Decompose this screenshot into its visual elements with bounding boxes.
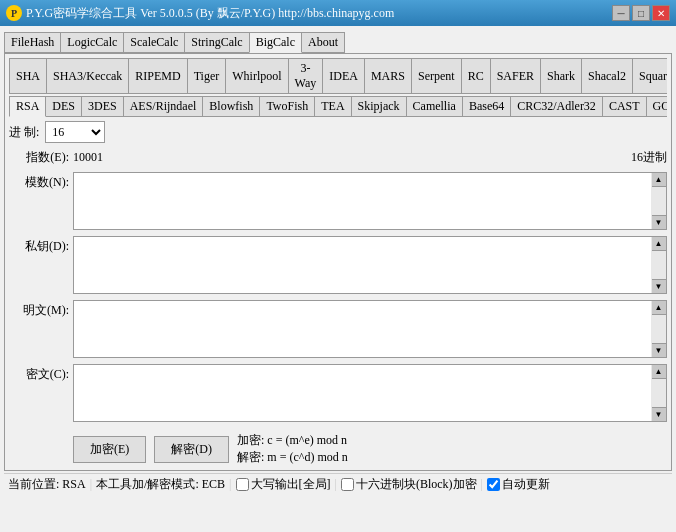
tab-group-1: FileHash LogicCalc ScaleCalc StringCalc … [4,32,672,53]
tab-shark[interactable]: Shark [540,58,582,94]
tab-rc[interactable]: RC [461,58,491,94]
tab-stringcalc[interactable]: StringCalc [184,32,249,53]
status-sep2: | [229,477,231,492]
tab-gost[interactable]: GOST [646,96,667,117]
base-row: 进 制: 16 10 8 2 [9,121,667,143]
app-icon: P [6,5,22,21]
formula-encrypt-value: c = (m^e) mod n [267,433,347,447]
tab-base64[interactable]: Base64 [462,96,511,117]
tab-cast[interactable]: CAST [602,96,647,117]
ciphertext-scrollbar: ▲ ▼ [651,364,667,422]
private-key-row: 私钥(D): ▲ ▼ [9,236,667,294]
exponent-hint: 16进制 [631,149,667,166]
autoupdate-checkbox[interactable] [487,478,500,491]
status-sep4: | [481,477,483,492]
minimize-button[interactable]: ─ [612,5,630,21]
formula-decrypt: 解密: m = (c^d) mod n [237,449,348,466]
tab-mars[interactable]: MARS [364,58,412,94]
modulus-row: 模数(N): ▲ ▼ [9,172,667,230]
tab-sha3keccak[interactable]: SHA3/Keccak [46,58,129,94]
exponent-value: 10001 [73,150,103,165]
plaintext-textarea[interactable] [73,300,651,358]
encrypt-button[interactable]: 加密(E) [73,436,146,463]
tab-serpent[interactable]: Serpent [411,58,462,94]
exponent-row: 指数(E): 10001 16进制 [9,149,667,166]
pt-scroll-up[interactable]: ▲ [652,301,666,315]
tab-rsa[interactable]: RSA [9,96,46,117]
private-key-label: 私钥(D): [9,236,69,255]
tab-3way[interactable]: 3-Way [288,58,324,94]
title-bar: P P.Y.G密码学综合工具 Ver 5.0.0.5 (By 飘云/P.Y.G)… [0,0,676,26]
tab-group-2: SHA SHA3/Keccak RIPEMD Tiger Whirlpool 3… [9,58,667,94]
modulus-textarea[interactable] [73,172,651,230]
ciphertext-row: 密文(C): ▲ ▼ [9,364,667,422]
tab-sha[interactable]: SHA [9,58,47,94]
status-sep3: | [335,477,337,492]
tab-filehash[interactable]: FileHash [4,32,61,53]
tab-3des[interactable]: 3DES [81,96,124,117]
tab-group-3: RSA DES 3DES AES/Rijndael Blowfish TwoFi… [9,96,667,117]
modulus-label: 模数(N): [9,172,69,191]
status-bar: 当前位置: RSA | 本工具加/解密模式: ECB | 大写输出[全局] | … [4,473,672,495]
scroll-up-arrow[interactable]: ▲ [652,173,666,187]
private-key-scrollbar: ▲ ▼ [651,236,667,294]
tab-logiccalc[interactable]: LogicCalc [60,32,124,53]
tab-safer[interactable]: SAFER [490,58,541,94]
private-key-textarea[interactable] [73,236,651,294]
base-label: 进 制: [9,124,39,141]
ct-scroll-up[interactable]: ▲ [652,365,666,379]
tab-scalecalc[interactable]: ScaleCalc [123,32,185,53]
tab-content: SHA SHA3/Keccak RIPEMD Tiger Whirlpool 3… [4,53,672,471]
tab-about[interactable]: About [301,32,345,53]
rsa-content: 进 制: 16 10 8 2 指数(E): 10001 16进制 [9,121,667,466]
tab-bigcalc[interactable]: BigCalc [249,32,302,53]
exponent-label: 指数(E): [9,149,69,166]
block-checkbox-label[interactable]: 十六进制块(Block)加密 [341,476,477,493]
pt-scroll-down[interactable]: ▼ [652,343,666,357]
scroll-down-arrow[interactable]: ▼ [652,215,666,229]
title-text: P.Y.G密码学综合工具 Ver 5.0.0.5 (By 飘云/P.Y.G) h… [26,5,612,22]
tab-camellia[interactable]: Camellia [406,96,463,117]
tab-shacal2[interactable]: Shacal2 [581,58,633,94]
ciphertext-field-wrapper: ▲ ▼ [73,364,667,422]
plaintext-scrollbar: ▲ ▼ [651,300,667,358]
tab-ripemd[interactable]: RIPEMD [128,58,187,94]
formula-encrypt-title: 加密: [237,433,264,447]
output-checkbox-label[interactable]: 大写输出[全局] [236,476,331,493]
pk-scroll-down[interactable]: ▼ [652,279,666,293]
tab-skipjack[interactable]: Skipjack [351,96,407,117]
block-checkbox[interactable] [341,478,354,491]
tab-tea[interactable]: TEA [314,96,351,117]
modulus-scrollbar: ▲ ▼ [651,172,667,230]
plaintext-field-wrapper: ▲ ▼ [73,300,667,358]
tab-whirlpool[interactable]: Whirlpool [225,58,288,94]
close-button[interactable]: ✕ [652,5,670,21]
ct-scroll-down[interactable]: ▼ [652,407,666,421]
status-sep1: | [90,477,92,492]
tab-idea[interactable]: IDEA [322,58,365,94]
tab-aes[interactable]: AES/Rijndael [123,96,204,117]
tab-tiger[interactable]: Tiger [187,58,227,94]
tab-twofish[interactable]: TwoFish [259,96,315,117]
modulus-field-wrapper: ▲ ▼ [73,172,667,230]
tab-des[interactable]: DES [45,96,82,117]
window-buttons: ─ □ ✕ [612,5,670,21]
ciphertext-label: 密文(C): [9,364,69,383]
formula-display: 加密: c = (m^e) mod n 解密: m = (c^d) mod n [237,432,348,466]
output-checkbox[interactable] [236,478,249,491]
output-label: 大写输出[全局] [251,476,331,493]
tab-square[interactable]: Square [632,58,667,94]
plaintext-label: 明文(M): [9,300,69,319]
autoupdate-checkbox-label[interactable]: 自动更新 [487,476,550,493]
base-select[interactable]: 16 10 8 2 [45,121,105,143]
decrypt-button[interactable]: 解密(D) [154,436,229,463]
maximize-button[interactable]: □ [632,5,650,21]
tab-blowfish[interactable]: Blowfish [202,96,260,117]
formula-decrypt-value: m = (c^d) mod n [267,450,347,464]
plaintext-row: 明文(M): ▲ ▼ [9,300,667,358]
ciphertext-textarea[interactable] [73,364,651,422]
status-position: 当前位置: RSA [8,476,86,493]
pk-scroll-up[interactable]: ▲ [652,237,666,251]
tab-crc32[interactable]: CRC32/Adler32 [510,96,603,117]
block-label: 十六进制块(Block)加密 [356,476,477,493]
